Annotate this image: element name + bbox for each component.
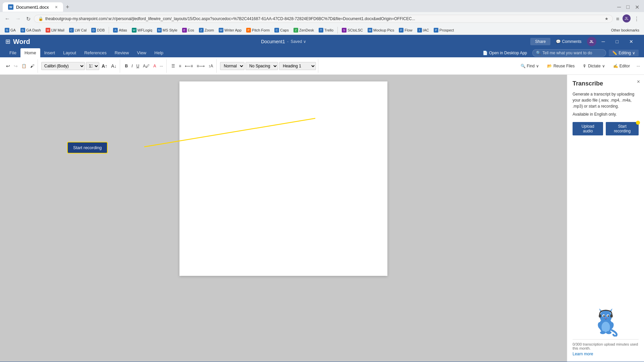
bookmark-zoom[interactable]: Z Zoom [197,27,216,33]
share-button[interactable]: Share [530,38,550,45]
font-name-selector[interactable]: Calibri (Body) [41,62,85,70]
bookmark-lw-cal[interactable]: C LW Cal [67,27,89,33]
dictate-btn[interactable]: 🎙 Dictate ∨ [580,63,607,69]
panel-title: Transcribe [573,80,639,87]
clipboard-btn[interactable]: 📋 [20,63,28,69]
learn-more-link[interactable]: Learn more [573,352,639,356]
bookmark-ms-style[interactable]: M MS Style [155,27,179,33]
decrease-font-btn[interactable]: A↓ [110,63,118,69]
bookmark-flow[interactable]: F Flow [397,27,414,33]
find-btn[interactable]: 🔍 Find ∨ [518,63,542,69]
font-color-btn[interactable]: A [152,63,157,69]
bold-btn[interactable]: B [123,63,129,69]
bookmark-ga-dash[interactable]: G GA Dash [18,27,43,33]
bookmark-label-zendesk: ZenDesk [299,28,314,32]
doc-page[interactable] [179,81,387,276]
format-painter-btn[interactable]: 🖌 [29,63,36,69]
bookmark-zendesk[interactable]: Z ZenDesk [291,27,316,33]
redo-btn[interactable]: ↪ [12,63,19,69]
tab-insert[interactable]: Insert [40,48,59,57]
bullets-btn[interactable]: ☰ [170,63,176,69]
bookmark-eos[interactable]: E Eos [180,27,196,33]
address-bar[interactable]: 🔒 theaboutgroup-my.sharepoint.com/:w:/r/… [34,15,613,23]
bookmark-atlas[interactable]: A Atlas [111,27,129,33]
tab-help[interactable]: Help [150,48,167,57]
increase-font-btn[interactable]: A↑ [100,63,109,69]
bookmark-icon-mockup: M [368,28,372,33]
svg-rect-13 [610,314,612,317]
bookmark-pitch-form[interactable]: P Pitch Form [244,27,272,33]
panel-close-btn[interactable]: × [637,79,640,85]
reuse-files-btn[interactable]: 📂 Reuse Files [544,63,577,69]
tab-home[interactable]: Home [20,48,40,57]
bookmark-ddb[interactable]: D DDB [89,27,107,33]
bookmark-trello[interactable]: T Trello [317,27,335,33]
normal-style-selector[interactable]: Normal [220,62,245,70]
tab-layout[interactable]: Layout [59,48,80,57]
find-icon: 🔍 [521,64,526,68]
minimize-word-btn[interactable]: ─ [596,36,610,47]
undo-btn[interactable]: ↩ [5,63,11,69]
no-spacing-style-selector[interactable]: No Spacing [246,62,278,70]
user-avatar[interactable]: JL [587,37,596,46]
maximize-word-btn[interactable]: □ [610,36,624,47]
tell-me-btn[interactable]: 🔍 Tell me what you want to do [532,49,606,57]
editing-btn[interactable]: ✏️ Editing ∨ [609,50,639,56]
bookmark-iac[interactable]: I IAC [415,27,431,33]
close-word-btn[interactable]: ✕ [624,36,639,47]
bookmark-sctolsc[interactable]: S SCtoLSC [340,27,365,33]
bookmark-label-zoom: Zoom [205,28,214,32]
italic-btn[interactable]: I [130,63,134,69]
indent-left-btn[interactable]: ⟵≡ [183,63,194,69]
close-browser-btn[interactable]: ✕ [633,3,641,12]
bookmark-label-iac: IAC [423,28,429,32]
highlight-btn[interactable]: A🖊 [142,63,151,69]
bookmark-icon-lw-mail: M [46,28,50,33]
extensions-btn[interactable]: ⊞ [614,14,621,23]
new-tab-btn[interactable]: + [63,4,72,11]
bookmark-writer-app[interactable]: W Writer App [217,27,244,33]
bookmark-ga[interactable]: G GA [3,27,18,33]
maximize-btn[interactable]: □ [624,3,632,11]
active-tab[interactable]: W Document1.docx × [3,2,63,12]
bookmark-prospect[interactable]: P Prospect [432,27,456,33]
paragraph-group: ☰ ≡ ⟵≡ ≡⟶ ↕A [168,59,217,73]
indent-right-btn[interactable]: ≡⟶ [195,63,206,69]
bookmark-caps[interactable]: C Caps [272,27,291,33]
panel-description: Generate a transcript by uploading your … [573,91,639,109]
reload-btn[interactable]: ↻ [24,14,33,23]
tab-file[interactable]: File [5,48,20,57]
bookmark-label-ga: GA [10,28,16,32]
profile-btn[interactable]: JL [623,14,631,22]
start-recording-panel-btn[interactable]: Start recording [606,122,639,135]
back-btn[interactable]: ← [3,14,12,23]
sort-btn[interactable]: ↕A [207,63,214,69]
document-area[interactable]: Start recording [0,75,567,362]
tab-close-btn[interactable]: × [55,4,58,10]
forward-btn[interactable]: → [13,14,23,23]
tab-view[interactable]: View [133,48,150,57]
bookmark-wflogiq[interactable]: W WFLogiq [130,27,154,33]
start-recording-tooltip[interactable]: Start recording [67,142,108,154]
numbering-btn[interactable]: ≡ [177,63,182,69]
tab-references[interactable]: References [80,48,110,57]
upload-audio-btn[interactable]: Upload audio [573,122,603,135]
tab-review[interactable]: Review [111,48,133,57]
minimize-btn[interactable]: ─ [615,3,623,11]
heading1-style-selector[interactable]: Heading 1 [279,62,316,70]
font-size-selector[interactable]: 11 [86,62,99,70]
other-bookmarks[interactable]: Other bookmarks [609,27,641,33]
bookmark-icon-ms-style: M [157,28,162,33]
more-format-btn[interactable]: ··· [158,63,164,69]
bookmark-label-flow: Flow [405,28,412,32]
open-desktop-btn[interactable]: 📄 Open in Desktop App [480,49,530,57]
underline-btn[interactable]: U [135,63,141,69]
more-options-btn[interactable]: ··· [635,63,641,69]
comments-button[interactable]: 💬 Comments [553,38,584,45]
menu-btn[interactable]: ⋮ [632,14,641,23]
bookmark-lw-mail[interactable]: M LW Mail [44,27,66,33]
bookmark-mockup-pics[interactable]: M Mockup Pics [366,27,396,33]
grid-icon[interactable]: ⊞ [5,38,10,45]
panel-buttons: Upload audio Start recording [573,122,639,135]
editor-btn[interactable]: ✍ Editor [610,63,633,69]
